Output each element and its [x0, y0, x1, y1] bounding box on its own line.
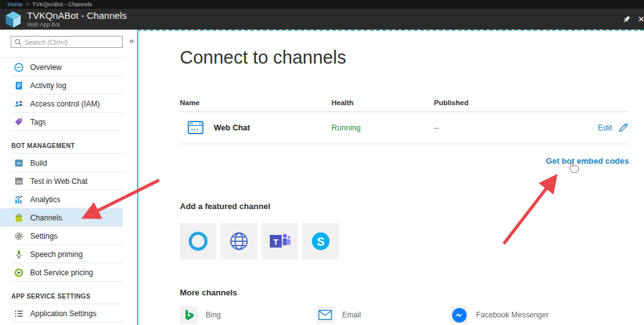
- svg-text:T: T: [274, 237, 279, 247]
- sidebar-collapse-icon[interactable]: «: [130, 36, 134, 45]
- column-name: Name: [180, 99, 199, 106]
- pin-icon[interactable]: [621, 14, 631, 25]
- featured-channels-heading: Add a featured channel: [180, 202, 270, 211]
- edit-label: Edit: [598, 123, 612, 132]
- sidebar-item-build[interactable]: </> Build: [0, 154, 123, 172]
- tag-icon: [14, 117, 24, 127]
- sidebar-item-label: Build: [30, 159, 47, 168]
- facebook-messenger-channel-item[interactable]: Facebook Messenger: [450, 306, 548, 324]
- sidebar-item-speech-priming[interactable]: Speech priming: [0, 245, 123, 263]
- sidebar-item-settings[interactable]: Settings: [0, 227, 123, 245]
- microphone-icon: [14, 249, 24, 259]
- channel-name: Web Chat: [214, 123, 250, 132]
- published-value: --: [434, 123, 439, 132]
- sidebar-item-analytics[interactable]: Analytics: [0, 190, 123, 208]
- sidebar-item-label: Channels: [30, 214, 62, 222]
- close-icon[interactable]: ✕: [638, 14, 644, 24]
- analytics-icon: [14, 195, 24, 205]
- email-icon: [316, 306, 334, 324]
- sidebar-item-test-in-web-chat[interactable]: Test in Web Chat: [0, 172, 123, 190]
- health-status: Running: [331, 123, 361, 132]
- gear-icon: [14, 231, 24, 241]
- sidebar-item-bot-service-pricing[interactable]: Bot Service pricing: [0, 263, 123, 282]
- channel-label: Email: [342, 311, 361, 319]
- bing-channel-item[interactable]: Bing: [180, 306, 221, 324]
- pencil-icon: [618, 122, 629, 133]
- bot-cube-icon: [5, 11, 21, 28]
- sidebar-item-label: Speech priming: [30, 250, 82, 259]
- sidebar-item-label: Bot Service pricing: [30, 268, 93, 277]
- blade-header: TVKQnABot - Channels Web App Bot ✕: [0, 9, 644, 30]
- web-chat-icon[interactable]: [187, 120, 204, 139]
- bing-icon: [180, 306, 197, 324]
- activity-log-icon: [14, 81, 24, 91]
- direct-line-channel-tile[interactable]: [221, 223, 257, 259]
- sidebar-item-label: Settings: [30, 232, 57, 241]
- ms-teams-icon: T: [268, 230, 292, 253]
- svg-text:</>: </>: [16, 161, 22, 165]
- email-channel-item[interactable]: Email: [316, 306, 361, 324]
- column-published: Published: [434, 99, 469, 106]
- sidebar-section-bot-management: BOT MANAGEMENT: [0, 131, 123, 154]
- channel-label: Facebook Messenger: [476, 311, 548, 319]
- channel-label: Bing: [206, 311, 221, 319]
- sidebar-item-label: Tags: [30, 118, 46, 127]
- connect-to-channels-title: Connect to channels: [180, 47, 346, 68]
- sidebar-item-label: Overview: [30, 63, 62, 72]
- overview-icon: [14, 62, 24, 72]
- featured-channel-tiles: T S: [180, 223, 339, 259]
- test-web-chat-icon: [14, 176, 24, 186]
- sidebar-section-app-service-settings: APP SERVICE SETTINGS: [0, 282, 123, 304]
- svg-text:S: S: [317, 236, 325, 248]
- breadcrumb: Home > TVKQnABot - Channels: [0, 0, 644, 9]
- get-bot-embed-codes-link[interactable]: Get bot embed codes: [546, 156, 629, 166]
- sidebar-item-label: Activity log: [30, 81, 66, 90]
- page-subtitle: Web App Bot: [27, 21, 126, 28]
- skype-icon: S: [309, 230, 332, 253]
- column-health: Health: [331, 99, 353, 106]
- breadcrumb-separator: >: [26, 1, 29, 8]
- sidebar-item-label: Access control (IAM): [30, 100, 100, 108]
- cortana-channel-tile[interactable]: [180, 223, 216, 259]
- search-box[interactable]: [11, 36, 123, 48]
- sidebar-item-label: Test in Web Chat: [30, 177, 87, 186]
- channels-blade: Connect to channels Name Health Publishe…: [137, 30, 644, 325]
- build-icon: </>: [14, 158, 24, 168]
- channels-table-header: Name Health Published: [180, 96, 629, 112]
- ms-teams-channel-tile[interactable]: T: [262, 223, 298, 259]
- sidebar-nav: Overview Activity log Access control (IA…: [0, 57, 123, 322]
- more-channels-heading: More channels: [180, 288, 237, 297]
- direct-line-globe-icon: [228, 230, 250, 253]
- sidebar-item-label: Analytics: [30, 195, 60, 204]
- access-control-icon: [14, 99, 24, 109]
- hand-cursor-icon: [568, 161, 580, 176]
- search-input[interactable]: [25, 38, 122, 46]
- facebook-messenger-icon: [450, 306, 468, 324]
- sidebar-item-activity-log[interactable]: Activity log: [0, 76, 123, 94]
- breadcrumb-home-link[interactable]: Home: [8, 1, 23, 8]
- cortana-icon: [187, 230, 209, 253]
- list-icon: [14, 309, 24, 319]
- sidebar-item-channels[interactable]: Channels: [0, 208, 123, 227]
- sidebar-item-application-settings[interactable]: Application Settings: [0, 304, 123, 322]
- skype-channel-tile[interactable]: S: [303, 223, 339, 259]
- edit-button[interactable]: Edit: [598, 122, 629, 133]
- search-icon: [14, 38, 22, 46]
- sidebar-item-tags[interactable]: Tags: [0, 113, 123, 131]
- page-title: TVKQnABot - Channels: [27, 11, 126, 21]
- azure-portal-window: Home > TVKQnABot - Channels TVKQnABot - …: [0, 0, 644, 325]
- pricing-icon: [14, 268, 24, 278]
- breadcrumb-current: TVKQnABot - Channels: [32, 1, 92, 8]
- sidebar-item-label: Application Settings: [30, 309, 96, 318]
- channels-icon: [14, 213, 24, 223]
- more-channels-row: Bing Email Facebook Messenger: [180, 306, 644, 325]
- sidebar: « Overview Activity log Access control (…: [0, 30, 137, 325]
- table-row: Web Chat Running -- Edit: [180, 112, 629, 144]
- sidebar-item-overview[interactable]: Overview: [0, 58, 123, 76]
- sidebar-item-access-control[interactable]: Access control (IAM): [0, 94, 123, 113]
